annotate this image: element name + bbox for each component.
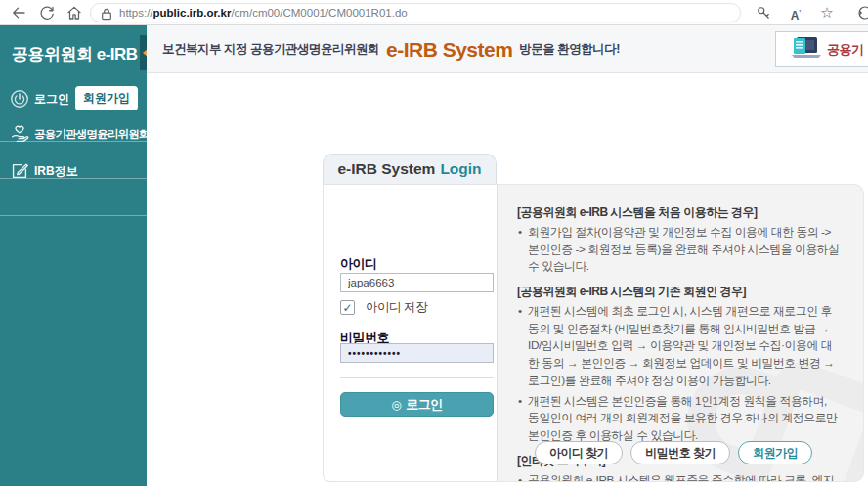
- url-prefix: https://: [119, 7, 153, 19]
- banner-corner-label: 공용기: [827, 41, 864, 59]
- password-key-icon[interactable]: [755, 4, 772, 22]
- favorites-star-icon[interactable]: ☆: [818, 4, 836, 22]
- home-icon[interactable]: [65, 4, 83, 22]
- save-id-checkbox-row[interactable]: 아이디 저장: [340, 299, 427, 316]
- banner-corner-link[interactable]: 공용기: [775, 31, 868, 67]
- url-domain: public.irb.or.kr: [153, 7, 232, 19]
- welcome-banner: 보건복지부 지정 공용기관생명윤리위원회 e-IRB System 방문을 환영…: [147, 25, 868, 73]
- guide-bullet: 개편된 시스템은 본인인증을 통해 1인1계정 원칙을 적용하며, 동일인이 여…: [517, 393, 840, 445]
- welcome-highlight-text: e-IRB System: [386, 38, 512, 62]
- read-aloud-icon[interactable]: Aʼ: [787, 4, 804, 22]
- welcome-pre-text: 보건복지부 지정 공용기관생명윤리위원회: [162, 41, 379, 58]
- welcome-message: 보건복지부 지정 공용기관생명윤리위원회 e-IRB System 방문을 환영…: [162, 25, 620, 73]
- guide-heading: [공용위원회 e-IRB 시스템을 처음 이용하는 경우]: [517, 204, 840, 221]
- find-id-button[interactable]: 아이디 찾기: [535, 441, 623, 464]
- hand-heart-icon: [9, 123, 30, 145]
- sidebar-item-login[interactable]: 로그인 회원가입: [0, 82, 147, 115]
- login-tab-title: e-IRB System: [337, 160, 435, 178]
- welcome-post-text: 방문을 환영합니다!: [519, 41, 620, 58]
- sidebar-committee-label: 공용기관생명윤리위원회: [34, 127, 150, 142]
- login-tab-highlight: Login: [440, 160, 481, 178]
- save-id-checkbox[interactable]: [340, 300, 355, 315]
- login-button[interactable]: ◎로그인: [340, 392, 494, 417]
- form-divider: [340, 377, 494, 378]
- login-panel-tab: e-IRB System Login: [323, 154, 497, 184]
- signup-button[interactable]: 회원가입: [738, 441, 812, 464]
- find-password-button[interactable]: 비밀번호 찾기: [630, 441, 730, 464]
- edit-pencil-icon: [9, 160, 30, 182]
- target-circle-icon: ◎: [391, 398, 401, 412]
- browser-toolbar: https://public.irb.or.kr/cm/cm00/CM0001/…: [0, 0, 868, 25]
- guide-bullet: 개편된 시스템에 최초 로그인 시, 시스템 개편으로 재로그인 후 동의 및 …: [517, 303, 840, 389]
- login-button-label: 로그인: [406, 396, 443, 414]
- browser-extension-icon[interactable]: [856, 4, 868, 22]
- sidebar-login-label: 로그인: [34, 91, 69, 108]
- id-label: 아이디: [340, 255, 377, 273]
- login-form-panel: 아이디 아이디 저장 비밀번호 ◎로그인: [323, 184, 497, 482]
- url-path: /cm/cm00/CM0001/CM0001R01.do: [231, 7, 407, 19]
- site-security-lock-icon[interactable]: [101, 7, 112, 20]
- sidebar-divider: [0, 215, 147, 216]
- laptop-document-icon: [788, 35, 821, 65]
- login-info-panel: [공용위원회 e-IRB 시스템을 처음 이용하는 경우] 회원가입 절차(이용…: [497, 184, 864, 482]
- guide-heading: [공용위원회 e-IRB 시스템의 기존 회원인 경우]: [517, 284, 840, 300]
- page: https://public.irb.or.kr/cm/cm00/CM0001/…: [0, 0, 868, 486]
- sidebar: 공용위원회 e-IRB 로그인 회원가입 공용기관생명윤리위원회 IRB정보: [0, 25, 147, 486]
- account-actions-row: 아이디 찾기 비밀번호 찾기 회원가입: [535, 441, 812, 464]
- sidebar-signup-button[interactable]: 회원가입: [75, 86, 138, 110]
- sidebar-item-committee[interactable]: 공용기관생명윤리위원회: [0, 115, 147, 153]
- password-input[interactable]: [340, 343, 494, 363]
- sidebar-irb-info-label: IRB정보: [34, 163, 78, 180]
- save-id-label: 아이디 저장: [366, 299, 427, 316]
- refresh-icon[interactable]: [38, 4, 56, 22]
- sidebar-title: 공용위원회 e-IRB: [12, 43, 139, 66]
- id-input[interactable]: [340, 273, 494, 292]
- back-icon[interactable]: [10, 4, 27, 22]
- url-text: https://public.irb.or.kr/cm/cm00/CM0001/…: [119, 7, 408, 19]
- guide-bullet: 회원가입 절차(이용약관 및 개인정보 수집 이용에 대한 동의 -> 본인인증…: [517, 224, 840, 276]
- address-bar[interactable]: https://public.irb.or.kr/cm/cm00/CM0001/…: [90, 3, 741, 22]
- sidebar-item-irb-info[interactable]: IRB정보: [0, 153, 147, 190]
- guide-bullet: 공용위원회 e-IRB 시스템은 웹표준을 준수함에 따라 크롬, 엣지, 파이…: [517, 472, 840, 482]
- power-login-icon: [9, 88, 30, 110]
